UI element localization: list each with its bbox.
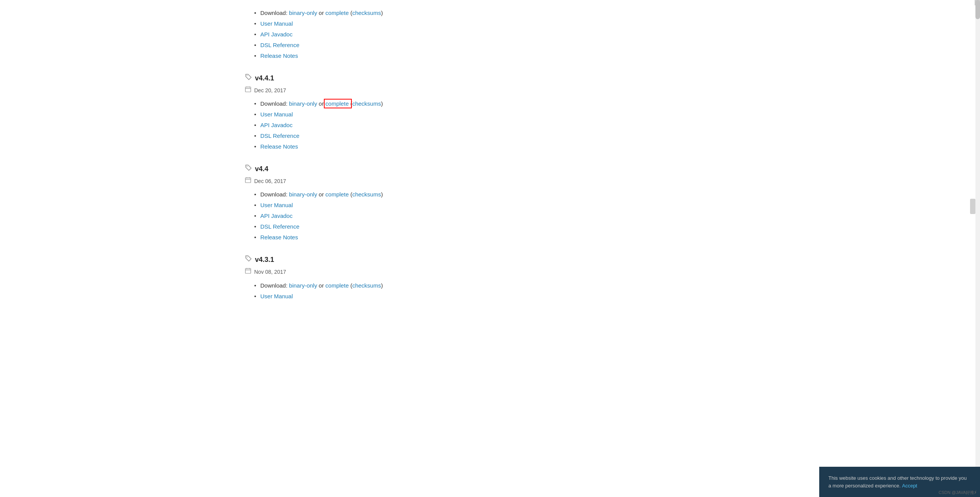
complete-link-v431[interactable]: complete bbox=[325, 282, 349, 289]
date-row-v441: Dec 20, 2017 bbox=[245, 86, 735, 95]
download-prefix-v431: Download: bbox=[260, 282, 289, 289]
version-header-v441: v4.4.1 bbox=[245, 73, 735, 84]
binary-only-link-v441[interactable]: binary-only bbox=[289, 100, 317, 107]
download-item-v431: Download: binary-only or complete (check… bbox=[260, 280, 735, 291]
or-text-v441: or bbox=[319, 100, 326, 107]
top-partial-section: Download: binary-only or complete (check… bbox=[245, 8, 735, 61]
checksums-link-v44[interactable]: checksums bbox=[352, 191, 381, 198]
date-label-v441: Dec 20, 2017 bbox=[254, 86, 286, 95]
links-list-v431: Download: binary-only or complete (check… bbox=[245, 280, 735, 302]
user-manual-link-v431[interactable]: User Manual bbox=[260, 293, 293, 299]
release-notes-link-v441[interactable]: Release Notes bbox=[260, 143, 298, 150]
scrollbar-track: ▲ bbox=[975, 0, 980, 329]
dsl-reference-link-v44[interactable]: DSL Reference bbox=[260, 223, 299, 230]
top-user-manual-link[interactable]: User Manual bbox=[260, 20, 293, 27]
api-javadoc-link-v441[interactable]: API Javadoc bbox=[260, 122, 292, 128]
svg-point-10 bbox=[247, 257, 248, 257]
date-label-v44: Dec 06, 2017 bbox=[254, 177, 286, 185]
api-javadoc-item-v44: API Javadoc bbox=[260, 211, 735, 221]
top-complete-link[interactable]: complete bbox=[325, 10, 349, 16]
calendar-icon-v441 bbox=[245, 86, 251, 95]
download-label: Download: bbox=[260, 10, 289, 16]
svg-point-5 bbox=[247, 166, 248, 167]
user-manual-link-v44[interactable]: User Manual bbox=[260, 202, 293, 208]
svg-point-0 bbox=[247, 75, 248, 76]
or-text-v44: or bbox=[319, 191, 326, 198]
svg-rect-1 bbox=[245, 87, 251, 92]
api-javadoc-item-v441: API Javadoc bbox=[260, 120, 735, 131]
release-notes-item-v44: Release Notes bbox=[260, 232, 735, 243]
user-manual-item-v441: User Manual bbox=[260, 109, 735, 120]
links-list-v441: Download: binary-only or complete (check… bbox=[245, 98, 735, 152]
release-notes-item-v441: Release Notes bbox=[260, 141, 735, 152]
top-checksums-link[interactable]: checksums bbox=[352, 10, 381, 16]
version-header-v44: v4.4 bbox=[245, 163, 735, 175]
api-javadoc-link-v44[interactable]: API Javadoc bbox=[260, 213, 292, 219]
main-content: Download: binary-only or complete (check… bbox=[222, 0, 758, 329]
calendar-icon-v431 bbox=[245, 268, 251, 276]
links-list-v44: Download: binary-only or complete (check… bbox=[245, 189, 735, 243]
tag-icon-v431 bbox=[245, 255, 252, 265]
svg-rect-11 bbox=[245, 268, 251, 273]
release-notes-link-v44[interactable]: Release Notes bbox=[260, 234, 298, 240]
download-item-v441: Download: binary-only or complete (check… bbox=[260, 98, 735, 109]
top-binary-only-link[interactable]: binary-only bbox=[289, 10, 317, 16]
tag-icon-v441 bbox=[245, 74, 252, 83]
version-label-v441: v4.4.1 bbox=[255, 73, 274, 84]
version-section-v431: v4.3.1 Nov 08, 2017 Download: binary-onl… bbox=[245, 254, 735, 301]
dsl-reference-item-v44: DSL Reference bbox=[260, 221, 735, 232]
tag-icon-v44 bbox=[245, 164, 252, 174]
top-download-item: Download: binary-only or complete (check… bbox=[260, 8, 735, 18]
version-section-v44: v4.4 Dec 06, 2017 Download: binary-only … bbox=[245, 163, 735, 243]
svg-rect-6 bbox=[245, 178, 251, 183]
version-section-v441: v4.4.1 Dec 20, 2017 Download: binary-onl… bbox=[245, 73, 735, 152]
date-row-v44: Dec 06, 2017 bbox=[245, 177, 735, 185]
date-row-v431: Nov 08, 2017 bbox=[245, 268, 735, 276]
user-manual-item-v44: User Manual bbox=[260, 200, 735, 211]
binary-only-link-v44[interactable]: binary-only bbox=[289, 191, 317, 198]
top-user-manual-item: User Manual bbox=[260, 18, 735, 29]
side-tab bbox=[970, 199, 975, 214]
download-prefix-v441: Download: bbox=[260, 100, 289, 107]
top-dsl-reference-link[interactable]: DSL Reference bbox=[260, 42, 299, 48]
checksums-link-v431[interactable]: checksums bbox=[352, 282, 381, 289]
complete-link-v44[interactable]: complete bbox=[325, 191, 349, 198]
user-manual-link-v441[interactable]: User Manual bbox=[260, 111, 293, 118]
calendar-icon-v44 bbox=[245, 177, 251, 185]
or-text-v431: or bbox=[319, 282, 326, 289]
top-links-list: Download: binary-only or complete (check… bbox=[245, 8, 735, 61]
highlighted-complete-v441: complete bbox=[325, 100, 350, 107]
top-or-text: or bbox=[319, 10, 326, 16]
date-label-v431: Nov 08, 2017 bbox=[254, 268, 286, 276]
complete-link-v441[interactable]: complete bbox=[325, 100, 349, 107]
scrollbar-thumb[interactable] bbox=[975, 0, 980, 19]
top-api-javadoc-link[interactable]: API Javadoc bbox=[260, 31, 292, 38]
checksums-link-v441[interactable]: checksums bbox=[352, 100, 381, 107]
download-prefix-v44: Download: bbox=[260, 191, 289, 198]
version-label-v44: v4.4 bbox=[255, 163, 268, 175]
dsl-reference-item-v441: DSL Reference bbox=[260, 131, 735, 141]
binary-only-link-v431[interactable]: binary-only bbox=[289, 282, 317, 289]
top-dsl-reference-item: DSL Reference bbox=[260, 40, 735, 51]
version-label-v431: v4.3.1 bbox=[255, 254, 274, 265]
dsl-reference-link-v441[interactable]: DSL Reference bbox=[260, 132, 299, 139]
user-manual-item-v431: User Manual bbox=[260, 291, 735, 302]
top-release-notes-item: Release Notes bbox=[260, 51, 735, 61]
version-header-v431: v4.3.1 bbox=[245, 254, 735, 265]
top-release-notes-link[interactable]: Release Notes bbox=[260, 52, 298, 59]
top-api-javadoc-item: API Javadoc bbox=[260, 29, 735, 40]
download-item-v44: Download: binary-only or complete (check… bbox=[260, 189, 735, 200]
